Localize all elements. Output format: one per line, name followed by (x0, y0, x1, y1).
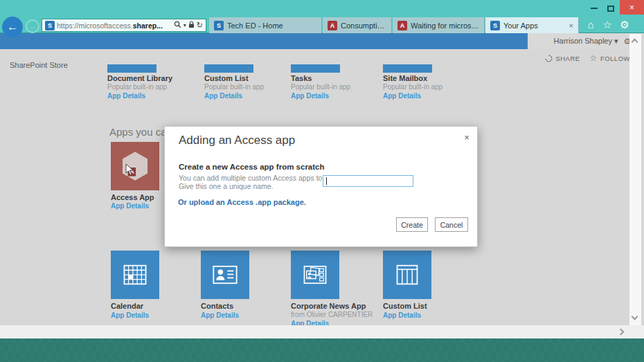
tile-name: Custom List (204, 74, 249, 82)
dialog-heading: Create a new Access app from scratch (179, 163, 325, 171)
tile-subtitle: from Olivier CARPENTIER (291, 311, 373, 318)
tab-label: Waiting for microsofta... (411, 21, 479, 30)
site-mailbox-tile[interactable] (383, 64, 432, 73)
lock-icon (188, 21, 195, 30)
follow-label: FOLLOW (600, 55, 630, 62)
app-details-link[interactable]: App Details (107, 92, 145, 100)
scroll-right-icon[interactable] (618, 329, 625, 336)
dialog-title: Adding an Access app (179, 134, 295, 147)
follow-star-icon: ☆ (590, 53, 598, 63)
tile-name: Site Mailbox (383, 74, 427, 82)
sharepoint-site-icon: S (45, 21, 55, 30)
desktop-screen: × ← → S https://microsoftaccess.sharep..… (0, 0, 644, 362)
share-label: SHARE (555, 55, 580, 62)
browser-titlebar (0, 0, 644, 17)
tile-name: Access App (111, 193, 154, 201)
app-details-link[interactable]: App Details (201, 311, 239, 319)
maximize-icon (607, 6, 614, 12)
minimize-icon (591, 8, 598, 9)
sharepoint-tab-icon: S (490, 21, 500, 30)
dialog-close-icon[interactable]: × (461, 132, 472, 143)
maximize-button[interactable] (604, 3, 618, 14)
contacts-tile[interactable] (201, 251, 249, 299)
news-icon (301, 261, 330, 289)
vertical-scrollbar[interactable] (629, 34, 641, 325)
app-details-link[interactable]: App Details (111, 202, 149, 210)
access-app-tile[interactable]: A (111, 142, 159, 190)
forward-arrow-icon: → (29, 22, 37, 30)
refresh-icon[interactable]: ↻ (197, 21, 203, 29)
taskbar (0, 338, 644, 362)
tile-subtitle: Popular built-in app (204, 83, 264, 91)
tile-subtitle: Popular built-in app (107, 83, 167, 91)
app-details-link[interactable]: App Details (383, 92, 421, 100)
upload-package-link[interactable]: Or upload an Access .app package. (178, 198, 306, 206)
calendar-tile[interactable] (111, 251, 159, 299)
mouse-cursor (125, 163, 134, 179)
app-details-link[interactable]: App Details (111, 311, 149, 319)
tile-name: Tasks (291, 74, 312, 82)
access-tab-icon: A (328, 21, 337, 30)
follow-button[interactable]: ☆ FOLLOW (590, 53, 630, 63)
tile-name: Corporate News App (291, 302, 366, 310)
app-name-input[interactable] (323, 175, 413, 187)
tile-name: Document Library (107, 74, 172, 82)
sidebar-item-sharepoint-store[interactable]: SharePoint Store (10, 61, 68, 69)
back-arrow-icon: ← (7, 21, 18, 33)
address-dropdown-icon[interactable]: ▾ (184, 23, 186, 28)
calendar-icon (121, 261, 149, 289)
minimize-button[interactable] (587, 3, 601, 14)
close-icon: × (629, 3, 634, 12)
create-button[interactable]: Create (396, 217, 428, 232)
adding-access-app-dialog: Adding an Access app × Create a new Acce… (164, 126, 478, 247)
sharepoint-suite-bar (0, 33, 528, 49)
document-library-tile[interactable] (107, 64, 156, 73)
back-button[interactable]: ← (2, 17, 23, 37)
home-icon[interactable]: ⌂ (584, 19, 598, 31)
contacts-icon (211, 261, 240, 289)
hexagon-icon: A (118, 149, 152, 183)
share-button[interactable]: SHARE (545, 55, 580, 62)
tab-label: Consumption Complet... (341, 21, 386, 30)
list-columns-icon (393, 261, 421, 289)
custom-list-tile[interactable] (204, 64, 253, 73)
app-details-link[interactable]: App Details (291, 92, 329, 100)
user-name-label: Harrison Shapley (554, 37, 612, 45)
tab-close-icon[interactable]: × (569, 21, 573, 30)
corporate-news-app-tile[interactable] (291, 251, 339, 299)
cancel-button[interactable]: Cancel (435, 217, 468, 232)
window-close-button[interactable]: × (620, 0, 644, 15)
tile-subtitle: Popular built-in app (383, 83, 442, 91)
scroll-up-icon[interactable] (632, 39, 638, 46)
scroll-down-icon[interactable] (632, 314, 638, 320)
tab-waiting[interactable]: A Waiting for microsofta... (393, 17, 485, 33)
tile-name: Calendar (111, 302, 143, 310)
share-icon (545, 55, 553, 62)
forward-button[interactable]: → (26, 19, 39, 33)
favorites-star-icon[interactable]: ☆ (600, 19, 614, 31)
horizontal-scrollbar[interactable] (0, 325, 644, 338)
section-heading: Apps you can (109, 126, 172, 138)
tab-label: Tech ED - Home (227, 21, 283, 30)
user-caret-icon: ▾ (614, 37, 618, 45)
suite-bar-right: Harrison Shapley ▾ ⚙ ? (528, 33, 644, 49)
tab-consumption[interactable]: A Consumption Complet... (323, 17, 392, 33)
settings-gear-icon[interactable]: ⚙ (618, 19, 632, 31)
search-icon[interactable] (174, 21, 181, 30)
tab-your-apps[interactable]: S Your Apps × (485, 17, 579, 33)
user-menu[interactable]: Harrison Shapley ▾ (554, 37, 618, 46)
url-text-prefix: https://microsoftaccess. (57, 21, 133, 30)
app-details-link[interactable]: App Details (383, 311, 421, 319)
tab-teched-home[interactable]: S Tech ED - Home (209, 17, 322, 33)
tasks-tile[interactable] (291, 64, 340, 73)
tile-subtitle: Popular built-in app (291, 83, 350, 91)
app-details-link[interactable]: App Details (204, 92, 242, 100)
sharepoint-tab-icon: S (214, 21, 224, 30)
ribbon-actions: SHARE ☆ FOLLOW (512, 53, 630, 64)
custom-list-tile-bottom[interactable] (383, 251, 431, 299)
tab-label: Your Apps (503, 21, 538, 30)
address-bar[interactable]: S https://microsoftaccess.sharep... ▾ ↻ (42, 19, 206, 32)
url-text-domain: sharep... (133, 21, 163, 30)
access-tab-icon: A (397, 21, 407, 30)
text-caret (326, 177, 327, 185)
